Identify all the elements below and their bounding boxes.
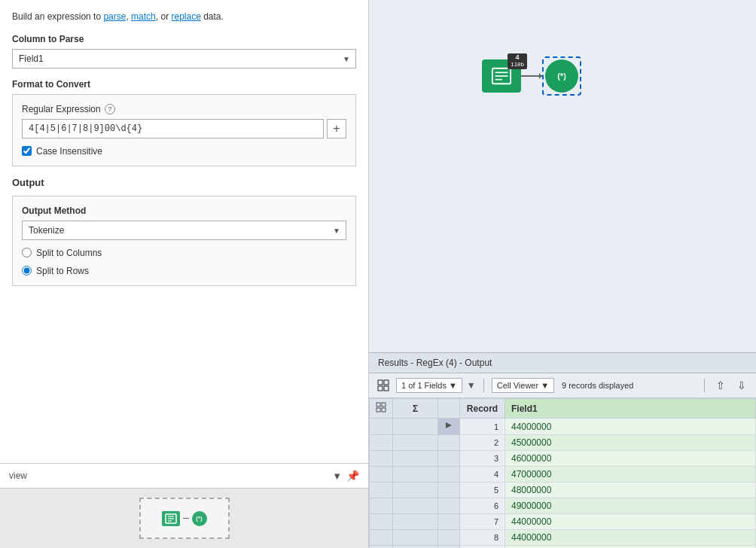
cell-field1-3: 46000000 xyxy=(505,451,756,467)
cell-field1-2: 45000000 xyxy=(505,435,756,451)
cell-field1-8: 44000000 xyxy=(505,530,756,546)
cell-row-icon xyxy=(438,435,460,451)
table-row: 3 46000000 xyxy=(370,451,756,467)
svg-rect-8 xyxy=(378,380,383,385)
dropdown-icon[interactable]: ▼ xyxy=(332,470,342,482)
parse-link[interactable]: parse xyxy=(103,11,126,22)
canvas-area[interactable]: 4 118b (*) xyxy=(369,0,756,352)
replace-link[interactable]: replace xyxy=(171,11,200,22)
column-to-parse-select-wrapper: Field1 ▼ xyxy=(12,49,356,68)
data-table: Σ Record Field1 1 44000000 2 45000000 xyxy=(369,398,756,548)
svg-marker-16 xyxy=(446,422,452,428)
results-toolbar: 1 of 1 Fields ▼ ▼ Cell Viewer ▼ 9 record… xyxy=(369,373,756,398)
cell-record-6: 6 xyxy=(460,498,505,514)
svg-rect-11 xyxy=(384,386,389,391)
output-method-label: Output Method xyxy=(22,206,346,216)
th-sigma: Σ xyxy=(393,399,438,419)
format-to-convert-label: Format to Convert xyxy=(12,79,356,90)
cell-sigma xyxy=(393,498,438,514)
left-panel: Build an expression to parse, match, or … xyxy=(0,0,369,548)
cell-record-8: 8 xyxy=(460,530,505,546)
table-row: 8 44000000 xyxy=(370,530,756,546)
pin-icon[interactable]: 📌 xyxy=(346,470,359,482)
output-section: Output Output Method Tokenize Split to C… xyxy=(12,177,356,286)
cell-row-icon xyxy=(438,419,460,435)
radio-group: Split to Columns Split to Rows xyxy=(22,248,346,276)
regex-node-selection-border xyxy=(542,56,581,96)
sort-asc-icon[interactable]: ▼ xyxy=(467,380,476,391)
input-node[interactable]: 4 118b xyxy=(482,59,521,93)
results-header: Results - RegEx (4) - Output xyxy=(369,353,756,373)
split-rows-radio-row: Split to Rows xyxy=(22,266,346,276)
bottom-icons: ▼ 📌 xyxy=(332,470,359,482)
cell-icon xyxy=(370,435,393,451)
cell-field1-9: 44000000 xyxy=(505,546,756,549)
cell-icon xyxy=(370,514,393,530)
cell-row-icon xyxy=(438,530,460,546)
right-panel: 4 118b (*) Results - RegEx (4) - Output xyxy=(369,0,756,548)
split-columns-radio[interactable] xyxy=(22,248,32,257)
cell-row-icon xyxy=(438,546,460,549)
table-row: 2 45000000 xyxy=(370,435,756,451)
svg-rect-13 xyxy=(382,403,386,406)
cell-sigma xyxy=(393,514,438,530)
fields-dropdown[interactable]: 1 of 1 Fields ▼ xyxy=(396,378,462,393)
cell-sigma xyxy=(393,435,438,451)
thumb-input-icon xyxy=(162,511,180,526)
split-rows-radio[interactable] xyxy=(22,266,32,276)
output-section-title: Output xyxy=(12,177,356,188)
table-row: 9 44000000 xyxy=(370,546,756,549)
node-container: 4 118b (*) xyxy=(482,56,581,96)
cell-record-7: 7 xyxy=(460,514,505,530)
case-insensitive-checkbox[interactable] xyxy=(22,146,32,156)
cell-record-9: 9 xyxy=(460,546,505,549)
split-rows-label: Split to Rows xyxy=(36,266,89,276)
cell-field1-1: 44000000 xyxy=(505,419,756,435)
case-insensitive-label: Case Insensitive xyxy=(36,146,102,157)
cell-field1-6: 49000000 xyxy=(505,498,756,514)
column-to-parse-group: Column to Parse Field1 ▼ xyxy=(12,34,356,68)
cell-sigma xyxy=(393,419,438,435)
cell-sigma xyxy=(393,530,438,546)
thumb-node: (*) xyxy=(162,511,207,526)
cell-icon xyxy=(370,467,393,483)
regex-label-row: Regular Expression ? xyxy=(22,104,346,114)
regex-node-wrapper[interactable]: (*) xyxy=(542,56,581,96)
cell-viewer-label: Cell Viewer xyxy=(497,381,538,390)
table-row: 7 44000000 xyxy=(370,514,756,530)
split-columns-radio-row: Split to Columns xyxy=(22,248,346,258)
th-icon xyxy=(370,399,393,419)
data-table-container[interactable]: Σ Record Field1 1 44000000 2 45000000 xyxy=(369,398,756,548)
th-row-icon xyxy=(438,399,460,419)
column-to-parse-select[interactable]: Field1 xyxy=(12,49,356,68)
cell-sigma xyxy=(393,451,438,467)
nav-down-button[interactable]: ⇩ xyxy=(733,377,750,394)
add-expression-button[interactable]: + xyxy=(327,119,346,139)
results-panel: Results - RegEx (4) - Output 1 of 1 Fiel… xyxy=(369,352,756,548)
cell-sigma xyxy=(393,467,438,483)
cell-sigma xyxy=(393,546,438,549)
th-field1: Field1 xyxy=(505,399,756,419)
cell-row-icon xyxy=(438,483,460,498)
table-row: 4 47000000 xyxy=(370,467,756,483)
cell-viewer-button[interactable]: Cell Viewer ▼ xyxy=(492,378,554,393)
match-link[interactable]: match xyxy=(131,11,156,22)
cell-icon xyxy=(370,451,393,467)
cell-row-icon xyxy=(438,451,460,467)
cell-icon xyxy=(370,483,393,498)
svg-rect-9 xyxy=(384,380,389,385)
cell-record-4: 4 xyxy=(460,467,505,483)
nav-up-button[interactable]: ⇧ xyxy=(712,377,729,394)
output-method-select[interactable]: Tokenize Split to Columns Split to Rows xyxy=(22,221,346,240)
help-icon[interactable]: ? xyxy=(105,104,115,114)
table-header-row: Σ Record Field1 xyxy=(370,399,756,419)
records-count: 9 records displayed xyxy=(562,381,633,390)
view-text: view xyxy=(9,470,27,481)
svg-rect-14 xyxy=(376,408,380,412)
format-box: Regular Expression ? + Case Insensitive xyxy=(12,94,356,166)
left-content: Build an expression to parse, match, or … xyxy=(0,0,368,463)
grid-view-button[interactable] xyxy=(375,377,392,394)
cell-field1-7: 44000000 xyxy=(505,514,756,530)
regex-input[interactable] xyxy=(22,119,324,139)
cell-icon xyxy=(370,498,393,514)
